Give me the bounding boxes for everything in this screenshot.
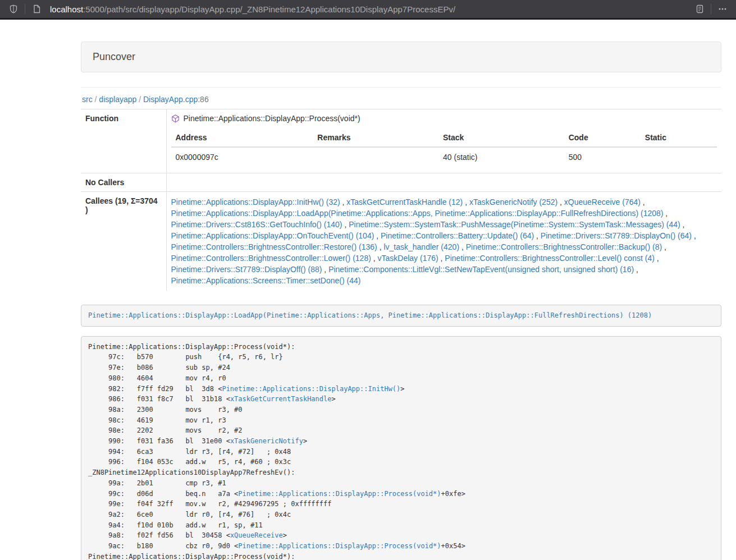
code-line: 98e: 2202 movs r2, #2 (88, 425, 714, 436)
breadcrumb-line-number: :86 (198, 95, 208, 104)
divider (81, 87, 721, 88)
loadapp-snippet-link[interactable]: Pinetime::Applications::DisplayApp::Load… (88, 311, 652, 319)
code-symbol-link[interactable]: xTaskGenericNotify (230, 437, 303, 445)
stats-col-header: Remarks (313, 128, 438, 147)
code-line: 97e: b086 sub sp, #24 (88, 362, 714, 373)
app-header: Puncover (81, 42, 721, 72)
url-bar[interactable]: localhost:5000/path/src/displayapp/Displ… (50, 4, 692, 14)
callee-link[interactable]: Pinetime::System::SystemTask::PushMessag… (349, 220, 680, 229)
breadcrumb: src / displayapp / DisplayApp.cpp:86 (82, 95, 721, 104)
stats-col-header: Stack (438, 128, 564, 147)
callers-cell (166, 173, 721, 192)
package-cube-icon (171, 114, 180, 123)
menu-ellipsis-icon[interactable] (715, 2, 730, 16)
function-detail-table: Function Pinetime::Applications::Display… (81, 109, 721, 291)
callee-link[interactable]: Pinetime::Applications::DisplayApp::Init… (171, 198, 340, 206)
code-line: 994: 6ca3 ldr r3, [r4, #72] ; 0x48 (88, 447, 714, 457)
code-symbol-link[interactable]: xQueueReceive (230, 531, 283, 539)
callee-link[interactable]: Pinetime::Controllers::BrightnessControl… (466, 242, 662, 251)
shield-icon[interactable] (6, 2, 21, 16)
callee-link[interactable]: xQueueReceive (764) (564, 198, 641, 206)
callee-separator: , (463, 198, 469, 206)
no-callers-row: No Callers (81, 173, 721, 192)
browser-address-bar: localhost:5000/path/src/displayapp/Displ… (0, 0, 736, 20)
disassembly-block: Pinetime::Applications::DisplayApp::Proc… (81, 336, 721, 560)
breadcrumb-link[interactable]: src (82, 95, 93, 104)
callee-separator: , (374, 231, 381, 240)
toolbar-divider (711, 4, 711, 14)
callee-separator: , (557, 198, 564, 206)
callee-separator: , (322, 265, 328, 274)
callee-link[interactable]: Pinetime::Drivers::St7789::DisplayOn() (… (541, 231, 692, 240)
callees-label: Callees (19, Σ=3704 ) (81, 192, 166, 291)
function-name: Pinetime::Applications::DisplayApp::Proc… (184, 114, 360, 123)
callee-link[interactable]: xTaskGetCurrentTaskHandle (12) (346, 198, 463, 206)
stats-cell: 40 (static) (438, 147, 564, 168)
callee-link[interactable]: Pinetime::Components::LittleVgl::SetNewT… (328, 265, 634, 274)
callee-link[interactable]: xTaskGenericNotify (252) (469, 198, 557, 206)
function-row: Function Pinetime::Applications::Display… (81, 109, 721, 173)
code-line: Pinetime::Applications::DisplayApp::Proc… (88, 342, 714, 352)
callee-separator: , (534, 231, 541, 240)
callee-separator: , (371, 254, 378, 263)
page-info-icon[interactable] (29, 2, 44, 16)
code-line: 9a8: f02f fd56 bl 30458 <xQueueReceive> (88, 530, 714, 541)
callee-link[interactable]: lv_task_handler (420) (383, 242, 459, 251)
callee-separator: , (634, 265, 638, 274)
code-line: 99e: f04f 32ff mov.w r2, #4294967295 ; 0… (88, 499, 714, 509)
callee-link[interactable]: Pinetime::Applications::DisplayApp::Load… (171, 209, 664, 218)
callee-separator: , (680, 220, 685, 229)
code-line: 99c: d06d beq.n a7a <Pinetime::Applicati… (88, 489, 714, 499)
callee-separator: , (342, 220, 349, 229)
callee-separator: , (692, 231, 696, 240)
callee-separator: , (340, 198, 347, 206)
code-line: 98c: 4619 mov r1, r3 (88, 415, 714, 426)
code-symbol-link[interactable]: xTaskGetCurrentTaskHandle (230, 395, 332, 403)
stats-col-header: Address (171, 128, 313, 147)
callee-link[interactable]: Pinetime::Controllers::BrightnessControl… (171, 254, 371, 263)
callees-cell: Pinetime::Applications::DisplayApp::Init… (166, 192, 721, 291)
page-container: Puncover src / displayapp / DisplayApp.c… (81, 42, 721, 560)
code-line: 97c: b570 push {r4, r5, r6, lr} (88, 352, 714, 362)
reader-view-icon[interactable] (692, 2, 707, 16)
callee-separator: , (438, 254, 445, 263)
code-line: 996: f104 053c add.w r5, r4, #60 ; 0x3c (88, 457, 714, 467)
breadcrumb-link[interactable]: DisplayApp.cpp (143, 95, 198, 104)
callee-separator: , (641, 198, 645, 206)
code-symbol-link[interactable]: Pinetime::Applications::DisplayApp::Proc… (238, 542, 441, 550)
callee-separator: , (655, 254, 659, 263)
callee-link[interactable]: Pinetime::Applications::DisplayApp::OnTo… (171, 231, 374, 240)
code-line: 982: f7ff fd29 bl 3d8 <Pinetime::Applica… (88, 384, 714, 394)
callee-link[interactable]: Pinetime::Drivers::St7789::DisplayOff() … (171, 265, 322, 274)
function-stats-table: AddressRemarksStackCodeStatic 0x0000097c… (171, 128, 717, 168)
app-title: Puncover (93, 51, 135, 62)
code-line: _ZN8Pinetime12Applications10DisplayApp7R… (88, 467, 714, 478)
stats-cell (641, 147, 717, 168)
loadapp-snippet-box: Pinetime::Applications::DisplayApp::Load… (81, 305, 721, 327)
breadcrumb-link[interactable]: displayapp (99, 95, 136, 104)
code-line: 986: f031 f8c7 bl 31b18 <xTaskGetCurrent… (88, 394, 714, 405)
code-line: 980: 4604 mov r4, r0 (88, 373, 714, 384)
callee-separator: , (459, 242, 466, 251)
code-symbol-link[interactable]: Pinetime::Applications::DisplayApp::Proc… (238, 490, 441, 498)
callee-link[interactable]: Pinetime::Applications::Screens::Timer::… (171, 276, 361, 285)
stats-value-row: 0x0000097c40 (static)500 (171, 147, 717, 168)
callee-separator: , (377, 242, 384, 251)
callee-link[interactable]: Pinetime::Controllers::BrightnessControl… (445, 254, 654, 263)
callee-link[interactable]: Pinetime::Controllers::BrightnessControl… (171, 242, 377, 251)
callee-link[interactable]: Pinetime::Controllers::Battery::Update()… (381, 231, 534, 240)
stats-col-header: Static (641, 128, 717, 147)
stats-cell: 500 (564, 147, 641, 168)
code-line: Pinetime::Applications::DisplayApp::Proc… (88, 552, 714, 560)
callee-link[interactable]: Pinetime::Drivers::Cst816S::GetTouchInfo… (171, 220, 342, 229)
stats-header-row: AddressRemarksStackCodeStatic (171, 128, 717, 147)
callee-separator: , (663, 209, 668, 218)
code-symbol-link[interactable]: Pinetime::Applications::DisplayApp::Init… (222, 385, 400, 393)
code-line: 98a: 2300 movs r3, #0 (88, 405, 714, 415)
no-callers-label: No Callers (81, 173, 166, 192)
stats-cell: 0x0000097c (171, 147, 313, 168)
callee-link[interactable]: vTaskDelay (176) (378, 254, 438, 263)
breadcrumb-separator: / (93, 95, 99, 104)
function-row-label: Function (81, 109, 166, 173)
stats-col-header: Code (564, 128, 641, 147)
